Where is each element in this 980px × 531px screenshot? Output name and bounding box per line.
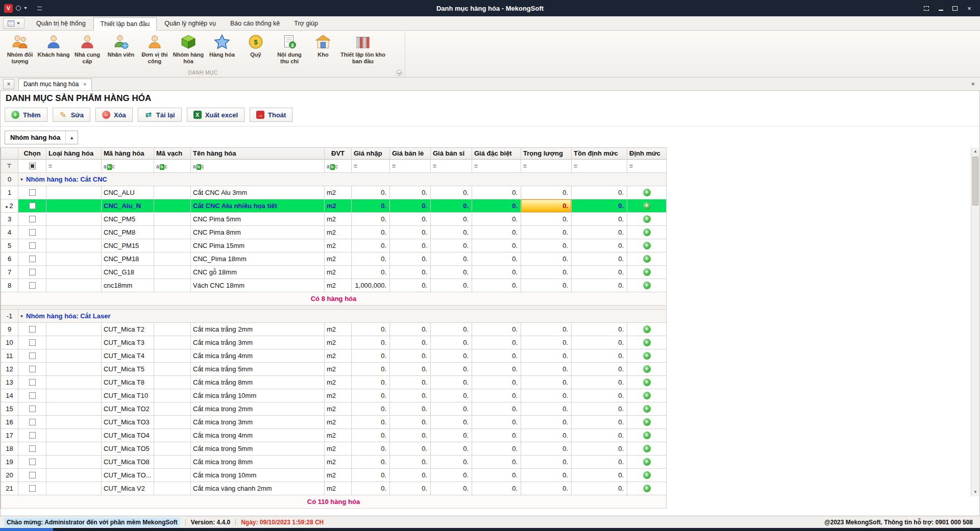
- cell-ma-hang-hoa[interactable]: CUT_Mica T5: [102, 363, 154, 376]
- cell-ma-vach[interactable]: [154, 469, 191, 482]
- cell-ma-hang-hoa[interactable]: CNC_Alu_N: [102, 199, 154, 213]
- cell-loai-hang-hoa[interactable]: [46, 226, 102, 239]
- cell-dinh-muc[interactable]: +: [627, 416, 667, 429]
- cell-gia-ban-le[interactable]: 0.: [390, 376, 431, 389]
- cell-chon[interactable]: [18, 252, 46, 266]
- cell-gia-ban-si[interactable]: 0.: [431, 279, 472, 292]
- reload-button[interactable]: ⇄Tải lại: [138, 108, 182, 122]
- cell-gia-ban-le[interactable]: 0.: [390, 416, 431, 429]
- cell-gia-dac-biet[interactable]: 0.: [472, 186, 521, 199]
- cell-gia-ban-le[interactable]: 0.: [390, 456, 431, 469]
- cell-gia-nhap[interactable]: 0.: [352, 469, 390, 482]
- table-row[interactable]: 4CNC_PM8CNC Pima 8mmm20.0.0.0.0.0.+: [1, 226, 667, 239]
- cell-loai-hang-hoa[interactable]: [46, 456, 102, 469]
- select-all-checkbox[interactable]: [29, 163, 36, 169]
- cell-gia-nhap[interactable]: 0.: [352, 239, 390, 252]
- cell-loai-hang-hoa[interactable]: [46, 279, 102, 292]
- cell-ten-hang-hoa[interactable]: Cắt mica trong 4mm: [191, 429, 325, 442]
- ribbon-item-nha-cung-cap[interactable]: Nhà cung cấp: [70, 32, 104, 64]
- cell-loai-hang-hoa[interactable]: [46, 482, 102, 495]
- cell-dvt[interactable]: m2: [325, 279, 352, 292]
- cell-dinh-muc[interactable]: +: [627, 186, 667, 199]
- cell-gia-ban-le[interactable]: 0.: [390, 469, 431, 482]
- cell-chon[interactable]: [18, 266, 46, 279]
- table-row[interactable]: 19CUT_Mica TO8Cắt mica trong 8mmm20.0.0.…: [1, 456, 667, 469]
- delete-button[interactable]: –Xóa: [95, 108, 133, 122]
- cell-gia-nhap[interactable]: 0.: [352, 349, 390, 363]
- row-checkbox[interactable]: [29, 485, 36, 492]
- cell-loai-hang-hoa[interactable]: [46, 252, 102, 266]
- cell-ton-dinh-muc[interactable]: 0.: [572, 376, 627, 389]
- cell-ma-vach[interactable]: [154, 363, 191, 376]
- table-row[interactable]: 10CUT_Mica T3Cắt mica trắng 3mmm20.0.0.0…: [1, 336, 667, 349]
- sort-ascending-icon[interactable]: ▲: [65, 131, 78, 144]
- cell-ten-hang-hoa[interactable]: CNC_Pima 18mm: [191, 252, 325, 266]
- ribbon-tab-tro-giup[interactable]: Trợ giúp: [287, 17, 325, 30]
- table-row[interactable]: 15CUT_Mica TO2Cắt mica trong 2mmm20.0.0.…: [1, 402, 667, 416]
- column-header-ma-hang-hoa[interactable]: Mã hàng hóa: [102, 147, 154, 160]
- cell-ten-hang-hoa[interactable]: CNC Pima 15mm: [191, 239, 325, 252]
- cell-gia-ban-le[interactable]: 0.: [390, 279, 431, 292]
- cell-loai-hang-hoa[interactable]: [46, 363, 102, 376]
- cell-dvt[interactable]: m2: [325, 349, 352, 363]
- cell-ma-hang-hoa[interactable]: CUT_Mica T2: [102, 323, 154, 336]
- row-checkbox[interactable]: [29, 472, 36, 478]
- ribbon-tab-bao-cao-thong-ke[interactable]: Báo cáo thống kê: [224, 17, 286, 30]
- cell-ma-hang-hoa[interactable]: cnc18mm: [102, 279, 154, 292]
- cell-gia-ban-si[interactable]: 0.: [431, 363, 472, 376]
- add-norm-icon[interactable]: +: [643, 432, 651, 439]
- cell-gia-nhap[interactable]: 0.: [352, 213, 390, 226]
- cell-chon[interactable]: [18, 239, 46, 252]
- row-checkbox[interactable]: [29, 282, 36, 289]
- cell-dinh-muc[interactable]: +: [627, 376, 667, 389]
- cell-ma-hang-hoa[interactable]: CNC_PM18: [102, 252, 154, 266]
- cell-ma-hang-hoa[interactable]: CUT_Mica TO8: [102, 456, 154, 469]
- cell-gia-nhap[interactable]: 0.: [352, 376, 390, 389]
- cell-loai-hang-hoa[interactable]: [46, 323, 102, 336]
- filter-cell-ma-hang-hoa[interactable]: abc: [102, 160, 154, 173]
- cell-ma-hang-hoa[interactable]: CUT_Mica TO3: [102, 416, 154, 429]
- cell-ma-hang-hoa[interactable]: CUT_Mica T4: [102, 349, 154, 363]
- cell-gia-ban-le[interactable]: 0.: [390, 252, 431, 266]
- export-excel-button[interactable]: XXuất excel: [187, 108, 244, 122]
- vertical-scrollbar[interactable]: ▲ ▼: [971, 147, 979, 496]
- cell-dinh-muc[interactable]: +: [627, 389, 667, 402]
- column-header-ton-dinh-muc[interactable]: Tồn định mức: [572, 147, 627, 160]
- customize-toolbar-icon[interactable]: [37, 7, 42, 10]
- cell-ten-hang-hoa[interactable]: CNC Pima 8mm: [191, 226, 325, 239]
- cell-dvt[interactable]: m2: [325, 389, 352, 402]
- cell-chon[interactable]: [18, 323, 46, 336]
- cell-gia-ban-le[interactable]: 0.: [390, 323, 431, 336]
- fit-window-button[interactable]: [921, 3, 932, 13]
- add-norm-icon[interactable]: +: [643, 471, 651, 479]
- cell-trong-luong[interactable]: 0.: [521, 323, 572, 336]
- cell-ten-hang-hoa[interactable]: Cắt mica trắng 5mm: [191, 363, 325, 376]
- cell-ton-dinh-muc[interactable]: 0.: [572, 213, 627, 226]
- row-checkbox[interactable]: [29, 406, 36, 412]
- row-checkbox[interactable]: [29, 419, 36, 425]
- add-norm-icon[interactable]: +: [643, 378, 651, 386]
- cell-loai-hang-hoa[interactable]: [46, 186, 102, 199]
- column-header-trong-luong[interactable]: Trọng lượng: [521, 147, 572, 160]
- cell-ma-vach[interactable]: [154, 389, 191, 402]
- group-row[interactable]: 0▾Nhóm hàng hóa: Cắt CNC: [1, 173, 667, 186]
- cell-ton-dinh-muc[interactable]: 0.: [572, 349, 627, 363]
- cell-ma-vach[interactable]: [154, 456, 191, 469]
- cell-loai-hang-hoa[interactable]: [46, 239, 102, 252]
- cell-ma-hang-hoa[interactable]: CNC_G18: [102, 266, 154, 279]
- cell-chon[interactable]: [18, 469, 46, 482]
- cell-trong-luong[interactable]: 0.: [521, 363, 572, 376]
- filter-cell-dvt[interactable]: abc: [325, 160, 352, 173]
- scroll-up-icon[interactable]: ▲: [971, 147, 979, 156]
- cell-gia-ban-si[interactable]: 0.: [431, 429, 472, 442]
- cell-ton-dinh-muc[interactable]: 0.: [572, 389, 627, 402]
- add-button[interactable]: +Thêm: [5, 108, 47, 122]
- cell-gia-nhap[interactable]: 0.: [352, 442, 390, 456]
- cell-gia-nhap[interactable]: 0.: [352, 226, 390, 239]
- cell-gia-dac-biet[interactable]: 0.: [472, 213, 521, 226]
- cell-dinh-muc[interactable]: +: [627, 442, 667, 456]
- column-header-dvt[interactable]: ĐVT: [325, 147, 352, 160]
- cell-gia-ban-si[interactable]: 0.: [431, 349, 472, 363]
- application-menu-button[interactable]: [3, 18, 24, 29]
- cell-ma-vach[interactable]: [154, 213, 191, 226]
